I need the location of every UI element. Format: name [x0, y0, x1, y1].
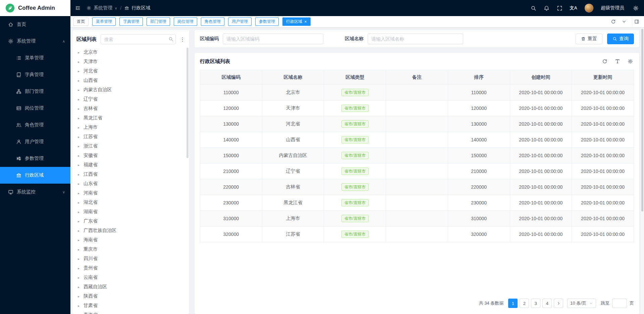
- tree-item[interactable]: ▸ 天津市: [74, 57, 189, 66]
- tab-close-icon[interactable]: ×: [304, 19, 307, 24]
- quick-panel-icon[interactable]: [632, 17, 641, 26]
- tree-item[interactable]: ▸ 浙江省: [74, 141, 189, 151]
- tree-item[interactable]: ▸ 北京市: [74, 48, 189, 57]
- tab[interactable]: 岗位管理 ×: [174, 17, 197, 26]
- table-settings-gear-icon[interactable]: [627, 58, 634, 65]
- tab[interactable]: 首页 ×: [73, 17, 89, 26]
- tree-item[interactable]: ▸ 西藏自治区: [74, 282, 189, 292]
- tabs-refresh-icon[interactable]: [608, 17, 618, 26]
- sidebar-item[interactable]: 首页: [0, 16, 70, 33]
- page-scrollbar-thumb[interactable]: [641, 29, 643, 211]
- search-icon[interactable]: [531, 5, 536, 11]
- filter-input-name[interactable]: [368, 34, 463, 44]
- settings-gear-icon[interactable]: [633, 5, 639, 11]
- pagination-page-button[interactable]: 3: [531, 299, 540, 308]
- tree-item[interactable]: ▸ 湖南省: [74, 207, 189, 216]
- sidebar-item[interactable]: 行政区域: [0, 167, 70, 184]
- tree-item[interactable]: ▸ 上海市: [74, 123, 189, 132]
- tree-menu-dots-icon[interactable]: ⋮: [178, 35, 186, 43]
- tree-item[interactable]: ▸ 江苏省: [74, 132, 189, 141]
- tree-item[interactable]: ▸ 贵州省: [74, 263, 189, 273]
- tab[interactable]: 字典管理 ×: [119, 17, 143, 26]
- pagination-page-button[interactable]: 4: [542, 299, 552, 308]
- sidebar-item[interactable]: 系统管理 ∧: [0, 33, 70, 50]
- cell-created-time: 2020-10-01 00:00:00: [510, 195, 572, 211]
- caret-right-icon: ▸: [78, 98, 81, 101]
- pagination-page-button[interactable]: 1: [508, 299, 518, 308]
- tree-item-label: 河南省: [84, 190, 98, 196]
- reset-button[interactable]: 重置: [576, 34, 602, 44]
- tree-item[interactable]: ▸ 辽宁省: [74, 95, 189, 104]
- sidebar-item[interactable]: 部门管理: [0, 83, 70, 100]
- tab[interactable]: 用户管理 ×: [228, 17, 252, 26]
- tree-item[interactable]: ▸ 河南省: [74, 188, 189, 198]
- cell-updated-time: 2020-10-01 00:00:00: [572, 148, 634, 164]
- tree-item[interactable]: ▸ 四川省: [74, 254, 189, 263]
- page-scrollbar[interactable]: [641, 27, 644, 314]
- tree-item[interactable]: ▸ 吉林省: [74, 104, 189, 113]
- cell-remark: [386, 85, 448, 101]
- tree-item[interactable]: ▸ 广东省: [74, 216, 189, 226]
- tree-item[interactable]: ▸ 福建省: [74, 160, 189, 170]
- breadcrumb-item-system[interactable]: 系统管理: [94, 5, 112, 11]
- cell-region-type: 省市/直辖市: [324, 179, 386, 195]
- tab-label: 字典管理: [123, 19, 139, 24]
- tree-item[interactable]: ▸ 安徽省: [74, 151, 189, 160]
- caret-right-icon: ▸: [78, 285, 81, 289]
- tree-item[interactable]: ▸ 黑龙江省: [74, 113, 189, 123]
- sidebar-item[interactable]: 参数管理: [0, 150, 70, 167]
- translate-icon[interactable]: 文A: [570, 5, 577, 11]
- sidebar-item[interactable]: 岗位管理: [0, 100, 70, 117]
- sidebar-item[interactable]: 字典管理: [0, 66, 70, 83]
- sidebar-item[interactable]: 用户管理: [0, 133, 70, 150]
- sidebar-item[interactable]: 菜单管理: [0, 50, 70, 66]
- cell-sort: 220000: [448, 179, 510, 195]
- cell-region-name: 天津市: [262, 101, 324, 116]
- tab[interactable]: 参数管理 ×: [255, 17, 279, 26]
- bell-icon[interactable]: [544, 5, 549, 11]
- tab[interactable]: 菜单管理 ×: [92, 17, 116, 26]
- pagination-next-button[interactable]: [554, 299, 563, 308]
- avatar[interactable]: [585, 4, 593, 12]
- tree-item[interactable]: ▸ 河北省: [74, 66, 189, 76]
- tree-item[interactable]: ▸ 山东省: [74, 179, 189, 188]
- tree-item[interactable]: ▸ 山西省: [74, 76, 189, 85]
- cell-created-time: 2020-10-01 00:00:00: [510, 148, 572, 164]
- tree-item[interactable]: ▸ 江西省: [74, 170, 189, 179]
- table-textsize-icon[interactable]: [614, 58, 621, 65]
- tree-scrollbar[interactable]: [186, 48, 189, 158]
- tab[interactable]: 行政区域 ×: [282, 17, 311, 26]
- page-size-select[interactable]: 10 条/页: [567, 299, 596, 308]
- tree-search-icon[interactable]: [168, 37, 173, 43]
- tree-item[interactable]: ▸ 海南省: [74, 235, 189, 245]
- tree-item[interactable]: ▸ 湖北省: [74, 198, 189, 207]
- fullscreen-icon[interactable]: [557, 5, 562, 11]
- pagination-page-button[interactable]: 2: [520, 299, 529, 308]
- tree-item[interactable]: ▸ 陕西省: [74, 292, 189, 301]
- sidebar-item-icon: [16, 55, 21, 61]
- tree-item[interactable]: ▸ 广西壮族自治区: [74, 226, 189, 235]
- tree-item[interactable]: ▸ 重庆市: [74, 245, 189, 254]
- sidebar-item[interactable]: 角色管理: [0, 117, 70, 133]
- table-refresh-icon[interactable]: [601, 58, 608, 65]
- tree-item[interactable]: ▸ 云南省: [74, 273, 189, 282]
- tree-item[interactable]: ▸ 内蒙古自治区: [74, 85, 189, 95]
- tree-item[interactable]: ▸ 甘肃省: [74, 301, 189, 310]
- cell-remark: [386, 211, 448, 227]
- cell-region-name: 内蒙古自治区: [262, 148, 324, 164]
- table-row: 320000 江苏省 省市/直辖市 320000 2020-10-01 00:0…: [200, 227, 634, 242]
- tab[interactable]: 部门管理 ×: [147, 17, 170, 26]
- sidebar-item[interactable]: 系统监控 ∨: [0, 184, 70, 200]
- tab[interactable]: 角色管理 ×: [201, 17, 224, 26]
- region-type-badge: 省市/直辖市: [341, 89, 369, 96]
- tree-search-input[interactable]: [101, 34, 176, 44]
- search-button[interactable]: 查询: [607, 34, 634, 44]
- cell-sort: 320000: [448, 227, 510, 242]
- pagination-jump-input[interactable]: [612, 299, 627, 308]
- tree-item[interactable]: ▸ 青海省: [74, 310, 189, 314]
- sidebar-toggle-button[interactable]: [70, 0, 85, 16]
- header-username[interactable]: 超级管理员: [601, 5, 624, 11]
- tree-item-label: 北京市: [84, 49, 98, 55]
- filter-input-code[interactable]: [223, 34, 323, 44]
- tabs-dropdown-icon[interactable]: [619, 17, 629, 26]
